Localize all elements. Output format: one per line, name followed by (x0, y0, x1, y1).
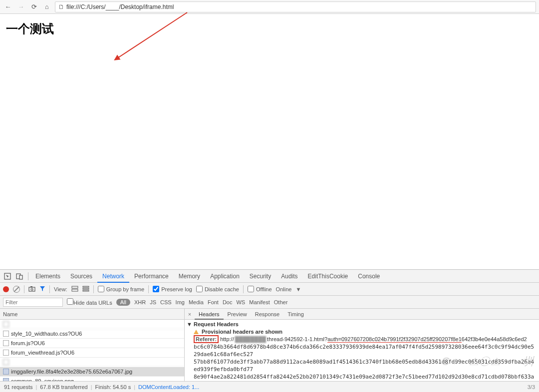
filter-toggle-icon[interactable] (39, 286, 45, 293)
devtools-panel: Elements Sources Network Performance Mem… (0, 269, 539, 392)
devtools-body: Name style_10_widthauto.css?OU6forum.js?… (0, 309, 539, 381)
request-name: forum_viewthread.js?OU6 (11, 350, 74, 356)
status-domcontentloaded: DOMContentLoaded: 1... (138, 384, 199, 390)
filter-input[interactable] (3, 298, 63, 307)
filter-all[interactable]: All (116, 299, 130, 306)
filter-manifest[interactable]: Manifest (249, 299, 270, 305)
network-toolbar: View: Group by frame Preserve log Disabl… (0, 283, 539, 296)
tab-sources[interactable]: Sources (65, 270, 97, 283)
request-name: imggallery.file.8fa4fe2e3e28be75.652e6a7… (11, 369, 132, 375)
network-filterbar: Hide data URLs All XHR JS CSS Img Media … (0, 296, 539, 309)
inspect-icon[interactable] (2, 271, 13, 282)
document-file-icon (3, 350, 9, 356)
network-detail-pane: × Headers Preview Response Timing ▼ Requ… (185, 309, 539, 381)
page-heading: 一个测试 (6, 21, 533, 37)
separator (243, 285, 244, 293)
svg-rect-5 (30, 286, 32, 287)
chevron-down-icon[interactable]: ▼ (295, 286, 301, 292)
provisional-warning: Provisional headers are shown (187, 328, 537, 336)
filter-js[interactable]: JS (150, 299, 156, 305)
request-row[interactable] (0, 320, 184, 329)
separator (93, 285, 94, 293)
svg-rect-2 (19, 275, 22, 279)
home-button[interactable]: ⌂ (42, 2, 52, 12)
network-status-bar: 91 requests | 67.8 KB transferred | Fini… (0, 381, 539, 392)
view-small-icon[interactable] (82, 286, 89, 293)
status-transferred: 67.8 KB transferred (40, 384, 87, 390)
status-requests: 91 requests (4, 384, 32, 390)
document-file-icon (3, 340, 9, 346)
tab-memory[interactable]: Memory (174, 270, 205, 283)
document-file-icon (3, 359, 9, 365)
separator (24, 285, 24, 293)
separator (49, 285, 50, 293)
preserve-log-checkbox[interactable]: Preserve log (153, 286, 192, 292)
disable-cache-checkbox[interactable]: Disable cache (196, 286, 239, 292)
request-row[interactable]: common_89_squicon.png (0, 377, 184, 381)
browser-toolbar: ← → ⟳ ⌂ 🗋 file:///C:/Users/____/Desktop/… (0, 0, 539, 14)
filter-css[interactable]: CSS (160, 299, 172, 305)
view-large-icon[interactable] (71, 286, 78, 293)
capture-screenshots-icon[interactable] (28, 286, 35, 293)
tab-audits[interactable]: Audits (276, 270, 302, 283)
close-detail-icon[interactable]: × (185, 311, 195, 317)
filter-media[interactable]: Media (189, 299, 204, 305)
filter-font[interactable]: Font (208, 299, 219, 305)
svg-rect-8 (83, 286, 89, 287)
header-referer: Referer:http://████████thread-942592-1-1… (187, 336, 537, 343)
filter-ws[interactable]: WS (236, 299, 245, 305)
request-row[interactable]: style_10_widthauto.css?OU6 (0, 329, 184, 339)
throttle-select[interactable]: Online (276, 286, 292, 292)
tab-elements[interactable]: Elements (30, 270, 65, 283)
group-by-frame-checkbox[interactable]: Group by frame (98, 286, 144, 292)
watermark: C⌖▵ △◯△ ⋯ 圳 (442, 354, 535, 369)
detail-tabs: × Headers Preview Response Timing (185, 309, 539, 320)
request-name: forum.js?OU6 (11, 340, 45, 346)
request-name: common_89_squicon.png (11, 378, 74, 381)
document-file-icon (3, 321, 9, 327)
page-viewport: 一个测试 (0, 14, 539, 269)
tab-network[interactable]: Network (97, 270, 129, 283)
clear-button[interactable] (13, 286, 20, 293)
image-file-icon (3, 369, 9, 375)
separator (148, 285, 149, 293)
request-row[interactable]: forum.js?OU6 (0, 339, 184, 348)
request-row[interactable] (0, 358, 184, 367)
tab-response[interactable]: Response (251, 309, 284, 320)
url-bar[interactable]: 🗋 file:///C:/Users/____/Desktop/iframe.h… (55, 1, 536, 12)
tab-preview[interactable]: Preview (224, 309, 251, 320)
hide-data-urls-checkbox[interactable]: Hide data URLs (67, 298, 112, 306)
filter-xhr[interactable]: XHR (134, 299, 146, 305)
svg-rect-10 (83, 290, 89, 291)
hex-line: 8e90f4ae2a822481dd2854ffa82442e52bb20710… (187, 373, 537, 381)
request-headers-section[interactable]: ▼ Request Headers (187, 321, 537, 328)
tab-application[interactable]: Application (205, 270, 245, 283)
warn-icon (194, 330, 199, 334)
headers-body: ▼ Request Headers Provisional headers ar… (185, 320, 539, 381)
filter-other[interactable]: Other (274, 299, 288, 305)
svg-point-4 (31, 288, 33, 290)
device-toggle-icon[interactable] (14, 271, 25, 282)
tab-editthiscookie[interactable]: EditThisCookie (303, 270, 353, 283)
tab-security[interactable]: Security (245, 270, 276, 283)
view-label: View: (54, 286, 67, 292)
status-finish: Finish: 54.50 s (95, 384, 131, 390)
tab-console[interactable]: Console (353, 270, 385, 283)
forward-button[interactable]: → (16, 2, 26, 12)
filter-img[interactable]: Img (176, 299, 185, 305)
request-row[interactable]: imggallery.file.8fa4fe2e3e28be75.652e6a7… (0, 367, 184, 377)
request-row[interactable]: forum_viewthread.js?OU6 (0, 348, 184, 358)
tab-timing[interactable]: Timing (283, 309, 308, 320)
offline-checkbox[interactable]: Offline (248, 286, 272, 292)
tab-headers[interactable]: Headers (195, 309, 224, 320)
reload-button[interactable]: ⟳ (29, 2, 39, 12)
file-icon: 🗋 (58, 3, 64, 10)
column-header-name[interactable]: Name (0, 309, 184, 320)
filter-doc[interactable]: Doc (223, 299, 233, 305)
tab-performance[interactable]: Performance (129, 270, 174, 283)
record-button[interactable] (3, 286, 9, 292)
back-button[interactable]: ← (3, 2, 13, 12)
status-count: 3/3 (528, 384, 535, 390)
svg-rect-6 (72, 286, 78, 288)
separator (28, 272, 28, 280)
